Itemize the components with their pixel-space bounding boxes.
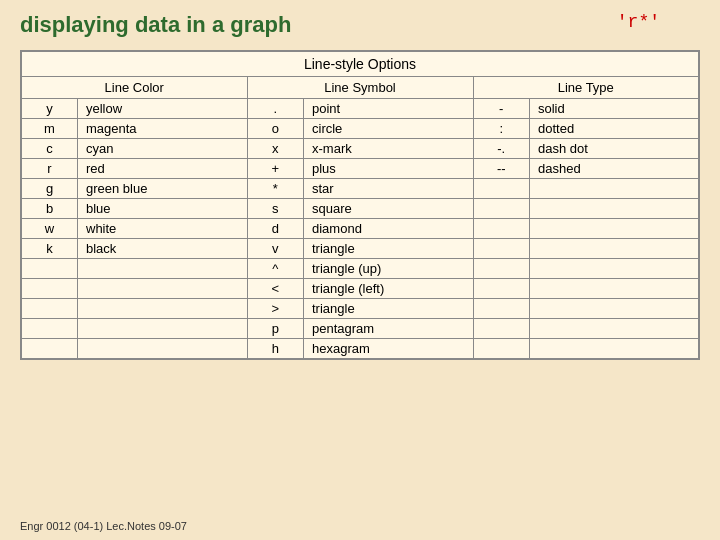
color-column-header: Line Color: [21, 77, 247, 99]
symbol-name-cell: point: [304, 99, 474, 119]
type-code-cell: -.: [473, 139, 530, 159]
type-code-cell: [473, 219, 530, 239]
type-code-cell: --: [473, 159, 530, 179]
symbol-code-cell: >: [247, 299, 304, 319]
color-name-cell: red: [78, 159, 248, 179]
color-name-cell: green blue: [78, 179, 248, 199]
symbol-column-header: Line Symbol: [247, 77, 473, 99]
type-code-cell: [473, 259, 530, 279]
color-code-cell: c: [21, 139, 78, 159]
color-name-cell: white: [78, 219, 248, 239]
color-name-cell: [78, 299, 248, 319]
type-name-cell: solid: [530, 99, 700, 119]
type-name-cell: dotted: [530, 119, 700, 139]
color-name-cell: [78, 319, 248, 339]
color-code-cell: b: [21, 199, 78, 219]
type-name-cell: [530, 259, 700, 279]
symbol-code-cell: s: [247, 199, 304, 219]
type-code-cell: [473, 339, 530, 360]
symbol-name-cell: x-mark: [304, 139, 474, 159]
color-code-cell: [21, 319, 78, 339]
symbol-name-cell: triangle (up): [304, 259, 474, 279]
type-name-cell: dash dot: [530, 139, 700, 159]
symbol-name-cell: triangle: [304, 239, 474, 259]
table-main-header: Line-style Options: [21, 51, 699, 77]
symbol-code-cell: <: [247, 279, 304, 299]
symbol-name-cell: star: [304, 179, 474, 199]
type-code-cell: [473, 319, 530, 339]
color-code-cell: [21, 339, 78, 360]
page-title: displaying data in a graph: [0, 0, 311, 46]
type-code-cell: [473, 199, 530, 219]
symbol-code-cell: p: [247, 319, 304, 339]
color-code-cell: [21, 259, 78, 279]
type-code-cell: [473, 279, 530, 299]
type-name-cell: [530, 179, 700, 199]
symbol-name-cell: triangle: [304, 299, 474, 319]
type-name-cell: [530, 279, 700, 299]
symbol-name-cell: diamond: [304, 219, 474, 239]
color-code-cell: r: [21, 159, 78, 179]
symbol-code-cell: x: [247, 139, 304, 159]
symbol-code-cell: .: [247, 99, 304, 119]
color-code-cell: w: [21, 219, 78, 239]
type-column-header: Line Type: [473, 77, 699, 99]
color-name-cell: cyan: [78, 139, 248, 159]
code-example: 'r*': [617, 12, 660, 32]
type-name-cell: dashed: [530, 159, 700, 179]
type-code-cell: [473, 239, 530, 259]
color-code-cell: k: [21, 239, 78, 259]
symbol-code-cell: h: [247, 339, 304, 360]
symbol-name-cell: triangle (left): [304, 279, 474, 299]
symbol-name-cell: circle: [304, 119, 474, 139]
color-name-cell: [78, 339, 248, 360]
color-name-cell: [78, 259, 248, 279]
type-code-cell: [473, 299, 530, 319]
color-code-cell: [21, 279, 78, 299]
color-name-cell: magenta: [78, 119, 248, 139]
type-name-cell: [530, 199, 700, 219]
type-name-cell: [530, 239, 700, 259]
color-code-cell: g: [21, 179, 78, 199]
main-table-container: Line-style Options Line Color Line Symbo…: [0, 50, 720, 360]
color-code-cell: [21, 299, 78, 319]
symbol-name-cell: hexagram: [304, 339, 474, 360]
type-name-cell: [530, 219, 700, 239]
type-code-cell: -: [473, 99, 530, 119]
symbol-code-cell: v: [247, 239, 304, 259]
line-style-table: Line-style Options Line Color Line Symbo…: [20, 50, 700, 360]
symbol-code-cell: *: [247, 179, 304, 199]
color-code-cell: m: [21, 119, 78, 139]
type-code-cell: [473, 179, 530, 199]
color-name-cell: [78, 279, 248, 299]
color-name-cell: blue: [78, 199, 248, 219]
type-name-cell: [530, 319, 700, 339]
color-code-cell: y: [21, 99, 78, 119]
symbol-name-cell: square: [304, 199, 474, 219]
symbol-name-cell: plus: [304, 159, 474, 179]
symbol-code-cell: d: [247, 219, 304, 239]
type-code-cell: :: [473, 119, 530, 139]
symbol-code-cell: +: [247, 159, 304, 179]
color-name-cell: yellow: [78, 99, 248, 119]
symbol-code-cell: o: [247, 119, 304, 139]
symbol-name-cell: pentagram: [304, 319, 474, 339]
type-name-cell: [530, 299, 700, 319]
type-name-cell: [530, 339, 700, 360]
footer: Engr 0012 (04-1) Lec.Notes 09-07: [20, 520, 187, 532]
color-name-cell: black: [78, 239, 248, 259]
symbol-code-cell: ^: [247, 259, 304, 279]
